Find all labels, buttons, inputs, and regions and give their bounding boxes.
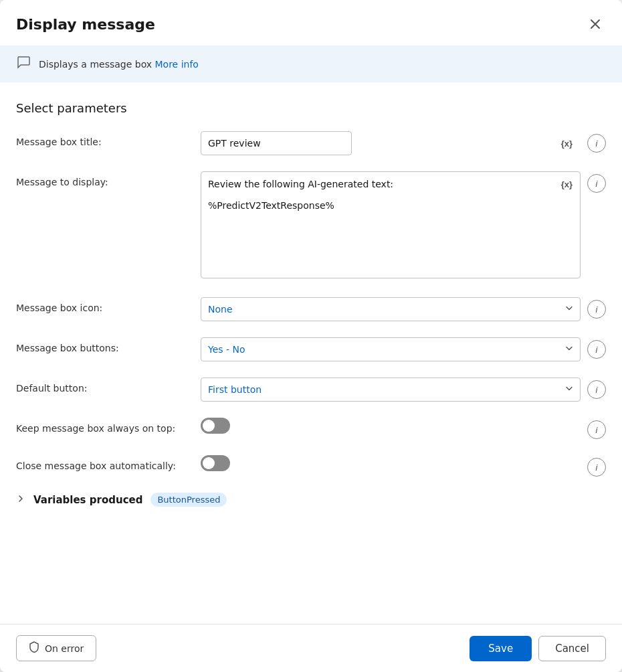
close-automatically-info-btn[interactable]: i	[587, 458, 606, 477]
message-box-title-info-btn[interactable]: i	[587, 134, 606, 153]
message-box-buttons-info-btn[interactable]: i	[587, 340, 606, 359]
message-box-icon-label: Message box icon:	[16, 297, 190, 313]
info-banner: Displays a message box More info	[0, 46, 622, 82]
variables-badge: ButtonPressed	[150, 493, 227, 507]
more-info-link[interactable]: More info	[155, 59, 199, 70]
content-area: Select parameters Message box title: {x}…	[0, 82, 622, 624]
message-box-title-label: Message box title:	[16, 131, 190, 147]
message-box-icon-select-wrapper: None Information Question Warning Error	[201, 297, 581, 321]
close-automatically-toggle-wrapper	[201, 455, 581, 471]
keep-on-top-toggle[interactable]	[201, 418, 230, 434]
keep-on-top-toggle-wrapper	[201, 418, 581, 434]
keep-on-top-label: Keep message box always on top:	[16, 418, 190, 434]
variables-chevron-icon[interactable]	[16, 494, 25, 505]
close-automatically-label: Close message box automatically:	[16, 455, 190, 471]
info-icon-3: i	[596, 305, 598, 315]
footer-right: Save Cancel	[470, 636, 606, 661]
default-button-row: Default button: First button Second butt…	[16, 377, 606, 402]
message-box-buttons-select-wrapper: Yes - No OK OK - Cancel Yes - No - Cance…	[201, 337, 581, 361]
default-button-control: First button Second button Third button …	[201, 377, 606, 402]
message-box-title-input-wrapper: {x}	[201, 131, 581, 155]
default-button-select-wrapper: First button Second button Third button	[201, 377, 581, 402]
chat-icon	[16, 55, 31, 73]
message-box-buttons-select[interactable]: Yes - No OK OK - Cancel Yes - No - Cance…	[201, 337, 581, 361]
close-button[interactable]	[585, 13, 606, 35]
cancel-button[interactable]: Cancel	[538, 636, 606, 661]
default-button-select[interactable]: First button Second button Third button	[201, 377, 581, 402]
default-button-info-btn[interactable]: i	[587, 380, 606, 399]
on-error-button[interactable]: On error	[16, 635, 96, 661]
message-to-display-info-btn[interactable]: i	[587, 174, 606, 193]
keep-on-top-row: Keep message box always on top: i	[16, 418, 606, 439]
message-to-display-row: Message to display: Review the following…	[16, 171, 606, 281]
message-box-title-row: Message box title: {x} i	[16, 131, 606, 155]
variables-row: Variables produced ButtonPressed	[16, 493, 606, 523]
display-message-dialog: Display message Displays a message box M…	[0, 0, 622, 672]
message-to-display-var-btn[interactable]: {x}	[558, 178, 575, 191]
info-icon-6: i	[596, 425, 598, 435]
message-to-display-label: Message to display:	[16, 171, 190, 187]
on-error-label: On error	[45, 643, 84, 654]
dialog-footer: On error Save Cancel	[0, 624, 622, 672]
message-box-title-control: {x} i	[201, 131, 606, 155]
message-box-buttons-label: Message box buttons:	[16, 337, 190, 353]
message-box-icon-info-btn[interactable]: i	[587, 300, 606, 319]
message-box-icon-select[interactable]: None Information Question Warning Error	[201, 297, 581, 321]
dialog-header: Display message	[0, 0, 622, 46]
info-icon-2: i	[596, 179, 598, 189]
dialog-title: Display message	[16, 16, 155, 33]
close-automatically-toggle[interactable]	[201, 455, 230, 471]
close-automatically-row: Close message box automatically: i	[16, 455, 606, 477]
message-box-buttons-row: Message box buttons: Yes - No OK OK - Ca…	[16, 337, 606, 361]
info-icon: i	[596, 139, 598, 149]
info-banner-text: Displays a message box More info	[39, 59, 199, 70]
info-icon-5: i	[596, 385, 598, 395]
message-to-display-textarea[interactable]: Review the following AI-generated text: …	[201, 171, 581, 278]
shield-icon	[29, 641, 39, 655]
message-box-icon-row: Message box icon: None Information Quest…	[16, 297, 606, 321]
message-to-display-control: Review the following AI-generated text: …	[201, 171, 606, 281]
message-box-buttons-control: Yes - No OK OK - Cancel Yes - No - Cance…	[201, 337, 606, 361]
message-box-title-var-btn[interactable]: {x}	[558, 137, 575, 150]
message-box-icon-control: None Information Question Warning Error …	[201, 297, 606, 321]
keep-on-top-info-btn[interactable]: i	[587, 420, 606, 439]
default-button-label: Default button:	[16, 377, 190, 394]
info-icon-7: i	[596, 463, 598, 473]
message-to-display-textarea-wrapper: Review the following AI-generated text: …	[201, 171, 581, 281]
section-title: Select parameters	[16, 101, 606, 115]
variables-label: Variables produced	[33, 494, 142, 506]
message-box-title-input[interactable]	[201, 131, 352, 155]
info-icon-4: i	[596, 345, 598, 355]
close-automatically-control: i	[201, 455, 606, 477]
keep-on-top-control: i	[201, 418, 606, 439]
save-button[interactable]: Save	[470, 636, 532, 661]
